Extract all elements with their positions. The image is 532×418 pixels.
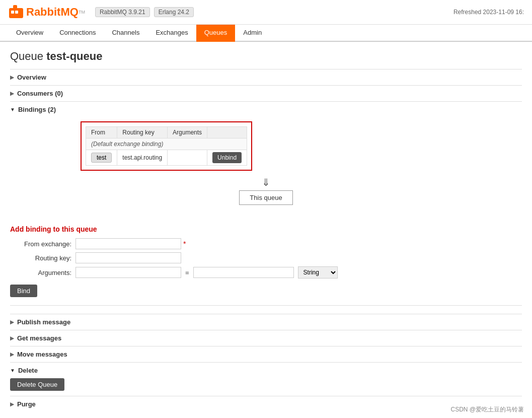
bindings-section: ▼ Bindings (2) From Routing key Argument…	[10, 101, 522, 217]
down-arrow-icon: ⇓	[262, 176, 270, 188]
svg-rect-3	[15, 11, 18, 14]
col-arguments: Arguments	[168, 127, 207, 138]
nav-exchanges[interactable]: Exchanges	[147, 25, 196, 42]
from-exchange-button[interactable]: test	[91, 153, 112, 163]
overview-section: ▶ Overview	[10, 69, 522, 85]
delete-content: Delete Queue	[10, 378, 522, 396]
get-messages-section: ▶ Get messages	[10, 330, 522, 346]
overview-arrow: ▶	[10, 75, 14, 80]
equals-sign: =	[185, 269, 189, 276]
delete-arrow: ▼	[10, 368, 15, 373]
move-messages-section: ▶ Move messages	[10, 346, 522, 362]
version-badges: RabbitMQ 3.9.21 Erlang 24.2	[95, 7, 194, 17]
consumers-label: Consumers (0)	[17, 90, 63, 97]
nav-connections[interactable]: Connections	[51, 25, 104, 42]
bindings-header[interactable]: ▼ Bindings (2)	[10, 102, 522, 117]
arguments-value-input[interactable]	[193, 267, 294, 278]
logo-tm: TM	[79, 10, 85, 15]
col-from: From	[86, 127, 117, 138]
nav-queues[interactable]: Queues	[196, 25, 236, 42]
get-messages-header[interactable]: ▶ Get messages	[10, 330, 522, 346]
consumers-header[interactable]: ▶ Consumers (0)	[10, 86, 522, 101]
bindings-content: From Routing key Arguments (Default exch…	[10, 117, 522, 217]
bindings-label: Bindings (2)	[18, 106, 56, 113]
publish-message-header[interactable]: ▶ Publish message	[10, 314, 522, 330]
publish-arrow: ▶	[10, 319, 14, 325]
delete-header[interactable]: ▼ Delete	[10, 363, 522, 378]
erlang-version-badge: Erlang 24.2	[154, 7, 194, 17]
unbind-button[interactable]: Unbind	[212, 152, 242, 163]
purge-arrow: ▶	[10, 401, 14, 407]
binding-actions-cell: Unbind	[207, 150, 247, 166]
arguments-label: Arguments:	[10, 269, 75, 276]
this-queue-box: This queue	[239, 190, 292, 205]
nav-overview[interactable]: Overview	[8, 25, 51, 42]
required-star: *	[183, 240, 186, 248]
move-messages-header[interactable]: ▶ Move messages	[10, 346, 522, 362]
svg-rect-2	[11, 11, 14, 14]
add-binding-title: Add binding to this queue	[10, 225, 522, 233]
bindings-box: From Routing key Arguments (Default exch…	[81, 121, 252, 171]
delete-section: ▼ Delete Delete Queue	[10, 362, 522, 396]
top-header: RabbitMQ TM RabbitMQ 3.9.21 Erlang 24.2 …	[0, 0, 532, 25]
arguments-key-input[interactable]	[75, 267, 181, 278]
bindings-table: From Routing key Arguments (Default exch…	[86, 126, 247, 166]
main-content: Queue test-queue ▶ Overview ▶ Consumers …	[0, 42, 532, 418]
arguments-row: Arguments: = String Number Boolean	[10, 266, 522, 278]
table-row: test test.api.routing Unbind	[86, 150, 247, 166]
routing-key-row: Routing key:	[10, 252, 522, 263]
publish-label: Publish message	[17, 318, 70, 326]
nav-bar: Overview Connections Channels Exchanges …	[0, 25, 532, 42]
page-title: Queue test-queue	[10, 50, 522, 63]
binding-arguments-cell	[168, 150, 207, 166]
rabbitmq-version-badge: RabbitMQ 3.9.21	[95, 7, 150, 17]
svg-rect-1	[13, 5, 17, 10]
get-messages-arrow: ▶	[10, 335, 14, 341]
bindings-arrow: ▼	[10, 107, 15, 112]
purge-label: Purge	[17, 400, 36, 408]
col-actions	[207, 127, 247, 138]
bind-button[interactable]: Bind	[10, 285, 37, 297]
overview-label: Overview	[17, 74, 46, 81]
default-binding-label: (Default exchange binding)	[86, 138, 247, 150]
move-messages-arrow: ▶	[10, 352, 14, 357]
queue-flow: ⇓ This queue	[10, 176, 522, 205]
delete-label: Delete	[18, 367, 38, 374]
col-routing-key: Routing key	[117, 127, 168, 138]
move-messages-label: Move messages	[17, 351, 67, 358]
get-messages-label: Get messages	[17, 334, 61, 342]
routing-key-label: Routing key:	[10, 254, 75, 262]
nav-channels[interactable]: Channels	[104, 25, 147, 42]
logo: RabbitMQ TM	[8, 4, 85, 20]
arguments-type-select[interactable]: String Number Boolean	[298, 266, 338, 278]
consumers-section: ▶ Consumers (0)	[10, 85, 522, 101]
from-exchange-label: From exchange:	[10, 240, 75, 248]
routing-key-input[interactable]	[75, 252, 181, 263]
from-exchange-row: From exchange: *	[10, 238, 522, 249]
delete-queue-button[interactable]: Delete Queue	[10, 378, 64, 391]
rabbitmq-logo-icon	[8, 4, 24, 20]
purge-header[interactable]: ▶ Purge	[10, 396, 522, 412]
consumers-arrow: ▶	[10, 91, 14, 96]
nav-admin[interactable]: Admin	[235, 25, 270, 42]
from-exchange-input[interactable]	[75, 238, 181, 249]
binding-from-cell: test	[86, 150, 117, 166]
logo-text: RabbitMQ	[26, 6, 79, 19]
overview-header[interactable]: ▶ Overview	[10, 69, 522, 85]
binding-routing-key-cell: test.api.routing	[117, 150, 168, 166]
purge-section: ▶ Purge	[10, 396, 522, 412]
publish-message-section: ▶ Publish message	[10, 314, 522, 330]
args-row: = String Number Boolean	[75, 266, 338, 278]
footer-watermark: CSDN @爱吃土豆的马铃薯	[450, 405, 524, 414]
add-binding-section: Add binding to this queue From exchange:…	[10, 225, 522, 306]
refresh-info: Refreshed 2023-11-09 16:	[453, 9, 524, 16]
default-binding-row: (Default exchange binding)	[86, 138, 247, 150]
